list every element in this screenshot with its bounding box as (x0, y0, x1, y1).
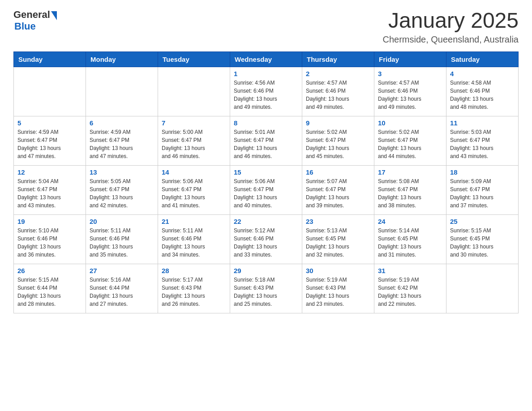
day-number: 26 (17, 267, 82, 274)
day-number: 14 (162, 168, 226, 176)
logo-general-text: General (13, 9, 50, 21)
day-number: 21 (162, 218, 226, 225)
calendar-week-row: 19Sunrise: 5:10 AM Sunset: 6:46 PM Dayli… (14, 214, 519, 264)
day-number: 27 (90, 267, 154, 274)
calendar-cell: 26Sunrise: 5:15 AM Sunset: 6:44 PM Dayli… (14, 264, 86, 313)
day-number: 13 (90, 168, 154, 176)
calendar-cell: 20Sunrise: 5:11 AM Sunset: 6:46 PM Dayli… (86, 214, 158, 264)
calendar-cell: 2Sunrise: 4:57 AM Sunset: 6:46 PM Daylig… (302, 67, 374, 116)
calendar-header-saturday: Saturday (446, 51, 519, 67)
day-info: Sunrise: 5:12 AM Sunset: 6:46 PM Dayligh… (234, 227, 298, 259)
calendar-cell: 13Sunrise: 5:05 AM Sunset: 6:47 PM Dayli… (86, 165, 158, 214)
day-info: Sunrise: 5:06 AM Sunset: 6:47 PM Dayligh… (234, 177, 298, 210)
day-number: 12 (17, 168, 82, 176)
day-info: Sunrise: 5:19 AM Sunset: 6:43 PM Dayligh… (306, 276, 370, 308)
day-info: Sunrise: 4:59 AM Sunset: 6:47 PM Dayligh… (17, 128, 82, 160)
calendar-cell: 22Sunrise: 5:12 AM Sunset: 6:46 PM Dayli… (230, 214, 302, 264)
calendar-cell: 31Sunrise: 5:19 AM Sunset: 6:42 PM Dayli… (374, 264, 446, 313)
calendar-cell: 28Sunrise: 5:17 AM Sunset: 6:43 PM Dayli… (158, 264, 230, 313)
calendar-cell: 16Sunrise: 5:07 AM Sunset: 6:47 PM Dayli… (302, 165, 374, 214)
calendar-cell: 15Sunrise: 5:06 AM Sunset: 6:47 PM Dayli… (230, 165, 302, 214)
day-number: 28 (162, 267, 226, 274)
day-info: Sunrise: 4:58 AM Sunset: 6:46 PM Dayligh… (450, 79, 515, 111)
day-number: 22 (234, 218, 298, 225)
day-number: 25 (450, 218, 515, 225)
day-info: Sunrise: 5:02 AM Sunset: 6:47 PM Dayligh… (378, 128, 442, 160)
day-info: Sunrise: 5:18 AM Sunset: 6:43 PM Dayligh… (234, 276, 298, 308)
page-subtitle: Chermside, Queensland, Australia (383, 34, 519, 45)
day-number: 20 (90, 218, 154, 225)
calendar-cell: 12Sunrise: 5:04 AM Sunset: 6:47 PM Dayli… (14, 165, 86, 214)
calendar-cell: 17Sunrise: 5:08 AM Sunset: 6:47 PM Dayli… (374, 165, 446, 214)
calendar-week-row: 12Sunrise: 5:04 AM Sunset: 6:47 PM Dayli… (14, 165, 519, 214)
day-number: 16 (306, 168, 370, 176)
day-number: 18 (450, 168, 515, 176)
day-number: 8 (234, 119, 298, 127)
day-number: 29 (234, 267, 298, 274)
day-info: Sunrise: 5:11 AM Sunset: 6:46 PM Dayligh… (162, 227, 226, 259)
calendar-header-monday: Monday (86, 51, 158, 67)
calendar-cell: 11Sunrise: 5:03 AM Sunset: 6:47 PM Dayli… (446, 116, 519, 165)
day-number: 7 (162, 119, 226, 127)
day-number: 23 (306, 218, 370, 225)
day-number: 6 (90, 119, 154, 127)
day-number: 2 (306, 70, 370, 77)
day-info: Sunrise: 4:57 AM Sunset: 6:46 PM Dayligh… (306, 79, 370, 111)
calendar-cell: 21Sunrise: 5:11 AM Sunset: 6:46 PM Dayli… (158, 214, 230, 264)
page-title: January 2025 (383, 9, 519, 33)
day-info: Sunrise: 5:07 AM Sunset: 6:47 PM Dayligh… (306, 177, 370, 210)
calendar-cell: 8Sunrise: 5:01 AM Sunset: 6:47 PM Daylig… (230, 116, 302, 165)
calendar-cell: 24Sunrise: 5:14 AM Sunset: 6:45 PM Dayli… (374, 214, 446, 264)
calendar-cell: 5Sunrise: 4:59 AM Sunset: 6:47 PM Daylig… (14, 116, 86, 165)
day-info: Sunrise: 4:57 AM Sunset: 6:46 PM Dayligh… (378, 79, 442, 111)
calendar-cell: 23Sunrise: 5:13 AM Sunset: 6:45 PM Dayli… (302, 214, 374, 264)
day-info: Sunrise: 5:11 AM Sunset: 6:46 PM Dayligh… (90, 227, 154, 259)
calendar-cell: 4Sunrise: 4:58 AM Sunset: 6:46 PM Daylig… (446, 67, 519, 116)
calendar-cell: 6Sunrise: 4:59 AM Sunset: 6:47 PM Daylig… (86, 116, 158, 165)
day-number: 19 (17, 218, 82, 225)
day-number: 31 (378, 267, 442, 274)
day-number: 17 (378, 168, 442, 176)
day-number: 3 (378, 70, 442, 77)
calendar-cell: 1Sunrise: 4:56 AM Sunset: 6:46 PM Daylig… (230, 67, 302, 116)
calendar-cell: 30Sunrise: 5:19 AM Sunset: 6:43 PM Dayli… (302, 264, 374, 313)
day-info: Sunrise: 5:16 AM Sunset: 6:44 PM Dayligh… (90, 276, 154, 308)
calendar-cell (14, 67, 86, 116)
day-info: Sunrise: 5:06 AM Sunset: 6:47 PM Dayligh… (162, 177, 226, 210)
calendar-cell: 25Sunrise: 5:15 AM Sunset: 6:45 PM Dayli… (446, 214, 519, 264)
day-info: Sunrise: 5:05 AM Sunset: 6:47 PM Dayligh… (90, 177, 154, 210)
calendar-week-row: 1Sunrise: 4:56 AM Sunset: 6:46 PM Daylig… (14, 67, 519, 116)
calendar-cell: 18Sunrise: 5:09 AM Sunset: 6:47 PM Dayli… (446, 165, 519, 214)
day-info: Sunrise: 5:10 AM Sunset: 6:46 PM Dayligh… (17, 227, 82, 259)
calendar-cell: 29Sunrise: 5:18 AM Sunset: 6:43 PM Dayli… (230, 264, 302, 313)
day-number: 4 (450, 70, 515, 77)
calendar-header-friday: Friday (374, 51, 446, 67)
day-number: 9 (306, 119, 370, 127)
day-info: Sunrise: 5:03 AM Sunset: 6:47 PM Dayligh… (450, 128, 515, 160)
calendar-cell: 19Sunrise: 5:10 AM Sunset: 6:46 PM Dayli… (14, 214, 86, 264)
logo-blue-text: Blue (14, 21, 36, 32)
day-info: Sunrise: 5:04 AM Sunset: 6:47 PM Dayligh… (17, 177, 82, 210)
day-info: Sunrise: 5:17 AM Sunset: 6:43 PM Dayligh… (162, 276, 226, 308)
day-number: 5 (17, 119, 82, 127)
day-info: Sunrise: 5:02 AM Sunset: 6:47 PM Dayligh… (306, 128, 370, 160)
calendar-week-row: 5Sunrise: 4:59 AM Sunset: 6:47 PM Daylig… (14, 116, 519, 165)
logo-triangle-icon (51, 11, 57, 20)
calendar-cell: 27Sunrise: 5:16 AM Sunset: 6:44 PM Dayli… (86, 264, 158, 313)
logo: General Blue (13, 9, 57, 32)
title-block: January 2025 Chermside, Queensland, Aust… (383, 9, 519, 45)
calendar-header-row: SundayMondayTuesdayWednesdayThursdayFrid… (14, 51, 519, 67)
day-info: Sunrise: 5:15 AM Sunset: 6:45 PM Dayligh… (450, 227, 515, 259)
day-number: 10 (378, 119, 442, 127)
day-number: 11 (450, 119, 515, 127)
day-info: Sunrise: 5:01 AM Sunset: 6:47 PM Dayligh… (234, 128, 298, 160)
day-info: Sunrise: 5:19 AM Sunset: 6:42 PM Dayligh… (378, 276, 442, 308)
calendar-cell: 7Sunrise: 5:00 AM Sunset: 6:47 PM Daylig… (158, 116, 230, 165)
calendar-cell (86, 67, 158, 116)
day-number: 24 (378, 218, 442, 225)
calendar-cell: 9Sunrise: 5:02 AM Sunset: 6:47 PM Daylig… (302, 116, 374, 165)
calendar-cell (158, 67, 230, 116)
day-info: Sunrise: 5:00 AM Sunset: 6:47 PM Dayligh… (162, 128, 226, 160)
calendar-cell: 14Sunrise: 5:06 AM Sunset: 6:47 PM Dayli… (158, 165, 230, 214)
day-number: 15 (234, 168, 298, 176)
